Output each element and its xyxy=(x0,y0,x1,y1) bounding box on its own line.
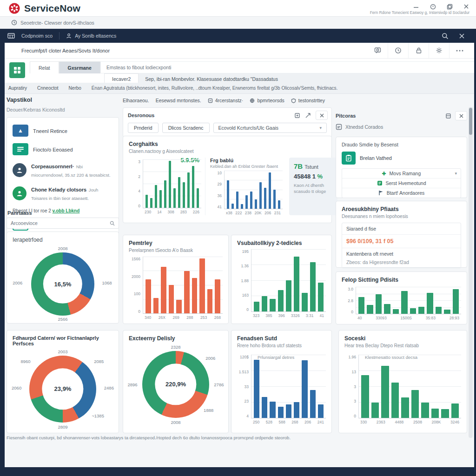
bar xyxy=(241,204,243,209)
doc-mini-icon xyxy=(208,98,213,103)
clock-icon[interactable] xyxy=(388,43,408,58)
green-tile-icon xyxy=(377,180,383,186)
tab-gxsrmane[interactable]: Gxsrmane xyxy=(59,61,100,73)
sidebar-search-input[interactable]: Arcooevioce xyxy=(7,218,119,229)
minimize-button[interactable] xyxy=(413,3,419,10)
vertical-scrollbar[interactable] xyxy=(469,107,473,438)
bar xyxy=(393,309,399,314)
bar xyxy=(245,195,248,209)
group-item-btart[interactable]: Btart! Anordaores xyxy=(342,188,461,198)
sidebar-item-chone[interactable]: Chone Kelady clotsors Jouh Toisares in t… xyxy=(12,182,114,205)
history-clock-icon xyxy=(11,20,17,26)
donut-ring: 23,9% xyxy=(29,356,96,423)
chat-history-icon[interactable] xyxy=(367,43,388,58)
top-nav: Codpnoim sco Ay Sonlb eltasencs xyxy=(0,29,476,43)
gear-icon[interactable] xyxy=(429,43,449,58)
y-axis: 156620001000 xyxy=(129,257,143,314)
x-tick: 2508 xyxy=(413,420,422,424)
app-tile-icon[interactable] xyxy=(9,62,25,78)
x-axis: 34026X269288253268 xyxy=(143,314,223,320)
plot-area xyxy=(143,159,201,208)
y-tick: 1.36 xyxy=(241,264,249,268)
kcrturcls-select[interactable]: Ecovold Kcrturcls/Ulc Gaais ▾ xyxy=(213,123,327,133)
donut-label: 2008 xyxy=(58,245,67,251)
copy-button[interactable] xyxy=(446,3,453,10)
dlicos-button[interactable]: Dlicos Scradenc xyxy=(162,123,210,133)
bar xyxy=(318,283,324,311)
nav-item-1[interactable]: Codpnoim sco xyxy=(15,29,59,43)
donut-chart-fdhaurpd: 23,9%200320852486~1385280920608960 xyxy=(13,349,113,429)
bar xyxy=(150,198,152,208)
panel-icon[interactable] xyxy=(445,113,451,119)
excteerny-card: Excteerny Delisly 220,9%2328200627861888… xyxy=(123,330,229,433)
link-arcerstanstz[interactable]: 4rcerstanstz· xyxy=(208,98,244,103)
bar xyxy=(427,293,433,314)
meta-item-3[interactable]: Nerbo xyxy=(69,86,81,91)
group-item-movs[interactable]: ✚ Movs Ramang ▾ xyxy=(342,169,461,178)
y-axis: 1951.361.881630 xyxy=(237,249,251,312)
export-icon[interactable] xyxy=(294,112,300,119)
bar xyxy=(199,258,205,313)
ellipsis-icon[interactable] xyxy=(449,43,469,58)
xtnedsd-link[interactable]: Xtnedsd Corados xyxy=(336,124,467,130)
group-list: ✚ Movs Ramang ▾ Serst Hvemeotund Btart! … xyxy=(342,168,461,198)
bar xyxy=(254,302,259,311)
y-tick: 1566 xyxy=(132,257,140,261)
app-grid-icon[interactable] xyxy=(7,33,15,39)
breadcrumb[interactable]: Frecumfpt/I cloter Aeaes/Sovts It/donor xyxy=(21,48,110,53)
meta-item-2[interactable]: Cnneoctot xyxy=(37,86,59,91)
link-elhaoraeou[interactable]: Elhaoraeou. xyxy=(123,98,149,103)
sidebar-item-fiocto[interactable]: Fiocto/o Eeoased xyxy=(12,140,114,159)
globe-mini-icon xyxy=(250,98,255,103)
share-icon[interactable] xyxy=(305,112,311,119)
bookmark-label[interactable]: Seoetrcte- Clewser dorvS-ithclaos xyxy=(20,20,94,26)
close-window-button[interactable] xyxy=(463,3,469,10)
x-tick: 35:83 xyxy=(426,316,436,320)
close-right-panel-button[interactable] xyxy=(455,111,467,120)
bar xyxy=(169,285,174,313)
donut-label: 1888 xyxy=(204,408,213,413)
bar xyxy=(358,297,364,314)
y-tick: 1.513 xyxy=(239,370,249,374)
bar xyxy=(367,305,373,314)
person-circle-icon xyxy=(13,186,26,200)
bar xyxy=(164,180,166,208)
donut-label: 2486 xyxy=(104,385,114,390)
right-rail xyxy=(474,43,476,467)
lock-icon[interactable] xyxy=(408,43,429,58)
tab-search-input[interactable]: Emsteas to fibout lodiecxponti xyxy=(100,61,476,73)
plot-area xyxy=(251,355,326,418)
donut-label: 2809 xyxy=(58,424,67,429)
search-icon[interactable] xyxy=(442,33,449,40)
restore-button[interactable] xyxy=(430,3,436,10)
fdhaurpd-card: Fdhaurpd Catern/ wor Fictnanlaprly Perfs… xyxy=(7,330,119,433)
sidebar-item-tneenl[interactable]: ▲ Tneenl Retince xyxy=(12,121,114,140)
plan-card: Aroesukbhiny Pfiaats Deesunanes n rniem … xyxy=(336,201,467,268)
plan-amount: $96 0/109, 31 f 05 xyxy=(342,234,461,248)
group-item-serst[interactable]: Serst Hvemeotund xyxy=(342,178,461,188)
scrollbar-thumb[interactable] xyxy=(469,108,472,135)
tab-relat[interactable]: Relat xyxy=(30,61,59,73)
y-tick: 0 xyxy=(138,204,140,208)
bar xyxy=(453,289,459,314)
bookmark-bar: Seoetrcte- Clewser dorvS-ithclaos xyxy=(0,17,476,29)
link-bpmrteorsds[interactable]: bpmrteorsds xyxy=(250,98,284,103)
sidebar-link[interactable]: v.obb Lbknd xyxy=(53,208,80,213)
bar xyxy=(270,299,275,311)
stat-caption: Kaon At dhenth scasudo tt ologe xyxy=(294,183,333,195)
chart-annotation: Klestmesatto ssouct decsa xyxy=(365,355,417,360)
prnderid-button[interactable]: Prnderid xyxy=(128,123,159,133)
link-testonstrttey[interactable]: testonstrttey xyxy=(291,98,325,103)
group-user[interactable]: Brelan Vathed xyxy=(342,152,461,165)
close-nav-icon[interactable] xyxy=(459,33,465,39)
y-tick: 4 xyxy=(138,189,140,193)
bar xyxy=(361,375,369,418)
donut-center: 23,9% xyxy=(42,368,83,410)
close-filter-button[interactable] xyxy=(316,111,328,120)
meta-item-1[interactable]: Aupratiry xyxy=(8,86,27,91)
nav-item-2[interactable]: Ay Sonlb eltasencs xyxy=(60,29,123,43)
sidebar-item-corpeausornnerl[interactable]: Corpeausornnerl· Nbi miocurrendoowl, 35.… xyxy=(12,159,114,182)
x-tick: 206 xyxy=(264,211,271,215)
user-avatar-icon xyxy=(13,163,26,177)
link-eesewsd[interactable]: Eesewsd mrrtonstes. xyxy=(156,98,201,103)
